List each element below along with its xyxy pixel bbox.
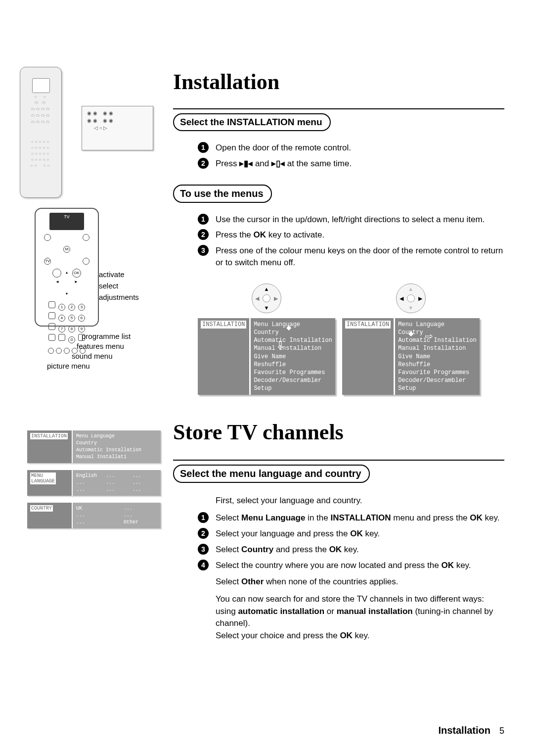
- pill-select-install-menu: Select the INSTALLATION menu: [173, 113, 331, 131]
- remote-illustration-with-labels: TV M TV ▲OK ◄► ▼ 123 456 789 0: [35, 208, 99, 327]
- heading-installation: Installation: [173, 69, 504, 94]
- page-footer: Installation5: [438, 725, 504, 736]
- use-menu-steps: 1Use the cursor in the up/down, left/rig…: [198, 214, 504, 269]
- remote-callout-labels: activate select adjustments: [99, 267, 139, 304]
- side-menu-examples: INSTALLATIONMenu Language Country Automa…: [27, 430, 161, 535]
- install-menu-steps: 1Open the door of the remote control. 2P…: [198, 142, 504, 170]
- pill-to-use-menus: To use the menus: [173, 185, 272, 203]
- store-steps: First, select your language and country.…: [198, 495, 504, 642]
- prev-track-icon: ▸▮◂: [239, 158, 253, 170]
- remote-door-detail: ◉ ◉ ◉ ◉◉ ◉ ◉ ◉ ◁ ○ ▷: [82, 106, 153, 150]
- menu-diagram-row: ▲▼◀▶ INSTALLATION Menu LanguageCountryAu…: [198, 284, 504, 400]
- heading-store-channels: Store TV channels: [173, 420, 504, 445]
- menu-pip-icon: ▸▯◂: [271, 158, 285, 170]
- pill-select-lang-country: Select the menu language and country: [173, 465, 370, 483]
- remote-bottom-labels: programme list features menu sound menu …: [47, 331, 131, 372]
- remote-illustration-large: ○ ○ ⬭ ⬭ ⬭⬭⬭⬭ ⬭⬭⬭⬭ ⬭⬭⬭⬭ ○○○○○ ○○○○○ ○○○○○…: [20, 67, 62, 198]
